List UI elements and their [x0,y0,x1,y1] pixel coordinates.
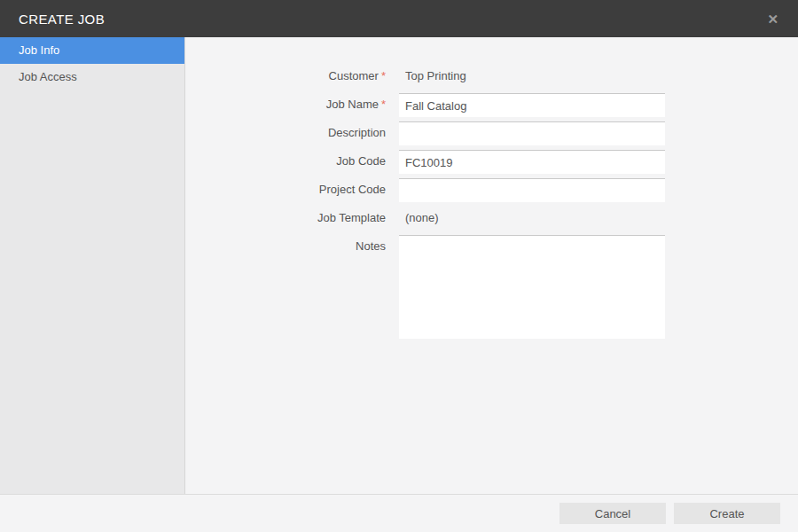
form-panel: Customer* Top Printing Job Name* Descrip… [185,37,798,494]
job-template-value: (none) [399,204,665,232]
dialog-body: Job Info Job Access Customer* Top Printi… [0,37,798,495]
customer-value: Top Printing [399,62,665,90]
sidebar-item-label: Job Info [19,43,59,57]
field-label-job-name: Job Name* [185,90,399,119]
field-label-description: Description [185,119,399,147]
form-row-job-name: Job Name* [185,90,798,119]
form-row-customer: Customer* Top Printing [185,62,798,90]
form-row-notes: Notes [185,232,798,339]
form-row-project-code: Project Code [185,176,798,204]
field-label-project-code: Project Code [185,176,399,204]
field-label-notes: Notes [185,232,399,261]
required-asterisk: * [381,98,386,111]
sidebar-item-label: Job Access [19,70,77,83]
sidebar-item-job-info[interactable]: Job Info [0,37,184,64]
create-job-dialog: CREATE JOB ✕ Job Info Job Access Custome… [0,0,798,532]
project-code-input[interactable] [399,178,665,202]
dialog-title: CREATE JOB [0,12,105,27]
dialog-header: CREATE JOB ✕ [0,0,798,37]
form-row-job-code: Job Code [185,147,798,176]
field-label-job-code: Job Code [185,147,399,176]
job-name-input[interactable] [399,93,665,117]
job-code-input[interactable] [399,150,665,174]
description-input[interactable] [399,121,665,145]
form-row-job-template: Job Template (none) [185,204,798,232]
form-row-description: Description [185,119,798,147]
required-asterisk: * [381,69,386,82]
dialog-footer: Cancel Create [0,495,798,532]
sidebar: Job Info Job Access [0,37,185,494]
notes-textarea[interactable] [399,235,665,339]
field-label-job-template: Job Template [185,204,399,232]
sidebar-item-job-access[interactable]: Job Access [0,64,184,90]
create-button[interactable]: Create [674,503,780,524]
cancel-button[interactable]: Cancel [559,503,666,524]
close-icon[interactable]: ✕ [767,12,778,26]
field-label-customer: Customer* [185,62,399,90]
